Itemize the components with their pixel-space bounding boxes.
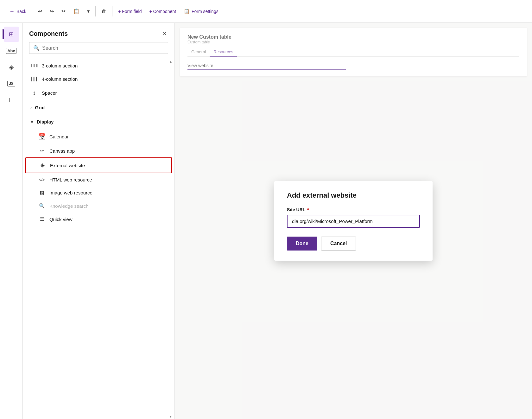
sidebar-item-grid[interactable]: ⊞ [4,27,19,42]
knowledge-search-label: Knowledge search [49,203,88,209]
html-web-label: HTML web resource [49,177,92,182]
sidebar-item-layers[interactable]: ◈ [4,60,19,75]
back-label: Back [16,9,26,14]
sidebar-item-js[interactable]: JS [4,76,19,91]
required-indicator: * [307,207,309,212]
dialog-title: Add external website [287,191,420,200]
three-col-label: 3-column section [42,63,78,68]
list-item-calendar[interactable]: 📅 Calendar [23,129,174,144]
done-button[interactable]: Done [287,237,317,251]
close-button[interactable]: × [161,29,168,38]
four-col-label: 4-column section [42,76,78,82]
list-item-three-col[interactable]: ⦀⦀⦀ 3-column section [23,59,174,72]
scroll-up-arrow[interactable]: ▲ [168,59,174,64]
sidebar-item-connector[interactable]: ⊢ [4,92,19,108]
list-item-canvas-app[interactable]: ✏ Canvas app [23,144,174,157]
redo-icon: ↪ [50,8,54,14]
display-label: Display [37,119,54,124]
delete-button[interactable]: 🗑 [98,7,110,16]
calendar-label: Calendar [49,134,69,139]
components-panel: Components × 🔍 ⦀⦀⦀ 3-column section ||||… [23,23,175,419]
form-settings-label: Form settings [192,9,218,14]
canvas-app-icon: ✏ [38,148,46,154]
grid-icon: ⊞ [9,31,14,38]
dialog-overlay: Add external website Site URL * Done Can… [175,23,532,419]
form-settings-button[interactable]: 📋 Form settings [180,7,222,16]
dialog-actions: Done Cancel [287,237,420,251]
paste-button[interactable]: 📋 [70,6,83,16]
knowledge-search-icon: 🔍 [38,203,46,209]
site-url-label: Site URL * [287,207,420,212]
components-list: ⦀⦀⦀ 3-column section |||| 4-column secti… [23,59,174,419]
quick-view-label: Quick view [49,217,73,222]
scroll-down-arrow[interactable]: ▼ [168,414,174,419]
grid-section-header[interactable]: › Grid [23,100,174,115]
form-area: New Custom table Custom table General Re… [175,23,532,419]
component-label: + Component [149,9,176,14]
toolbar-divider-3 [112,6,112,16]
grid-label: Grid [35,105,45,110]
layers-icon: ◈ [9,63,14,71]
form-field-button[interactable]: + Form field [115,7,145,16]
list-item-quick-view[interactable]: ☰ Quick view [23,213,174,226]
image-web-icon: 🖼 [38,190,46,195]
toolbar-divider-1 [32,6,32,16]
paste-icon: 📋 [73,8,79,14]
icon-sidebar: ⊞ Abc ◈ JS ⊢ [0,23,23,419]
undo-icon: ↩ [38,8,42,14]
toolbar: ← Back ↩ ↪ ✂ 📋 ▾ 🗑 + Form field + Compon… [0,0,532,23]
list-item-spacer[interactable]: ↕ Spacer [23,86,174,100]
component-button[interactable]: + Component [146,7,179,16]
back-arrow-icon: ← [10,9,15,14]
add-external-website-dialog: Add external website Site URL * Done Can… [274,181,433,261]
list-item-external-website[interactable]: ⊕ External website [25,157,172,173]
spacer-label: Spacer [42,90,57,96]
list-item-knowledge-search: 🔍 Knowledge search [23,199,174,213]
sidebar-item-text[interactable]: Abc [4,43,19,58]
calendar-icon: 📅 [38,133,46,140]
chevron-right-icon: › [30,105,32,110]
main-layout: ⊞ Abc ◈ JS ⊢ Components × 🔍 ⦀⦀⦀ 3-colu [0,23,532,419]
spacer-icon: ↕ [30,89,38,97]
cancel-button[interactable]: Cancel [321,237,356,251]
undo-button[interactable]: ↩ [35,6,45,16]
list-item-image-web[interactable]: 🖼 Image web resource [23,186,174,199]
display-section-header[interactable]: ∨ Display [23,115,174,129]
list-item-html-web[interactable]: </> HTML web resource [23,173,174,186]
toolbar-divider-2 [95,6,96,16]
search-icon: 🔍 [33,45,40,51]
chevron-down-icon: ∨ [30,119,34,124]
js-icon: JS [7,81,15,86]
search-input[interactable] [42,45,164,51]
quick-view-icon: ☰ [38,216,46,222]
text-icon: Abc [6,48,16,54]
form-field-label: + Form field [118,9,142,14]
list-item-four-col[interactable]: |||| 4-column section [23,72,174,86]
form-settings-icon: 📋 [184,9,190,14]
chevron-down-icon: ▾ [87,8,90,14]
site-url-input[interactable] [287,215,420,228]
three-col-icon: ⦀⦀⦀ [30,63,38,68]
cut-icon: ✂ [61,8,66,14]
components-header: Components × [23,23,174,42]
connector-icon: ⊢ [9,97,14,104]
components-title: Components [29,30,68,37]
dropdown-button[interactable]: ▾ [84,6,93,16]
canvas-app-label: Canvas app [49,148,75,154]
external-website-label: External website [50,163,85,168]
html-web-icon: </> [38,177,46,182]
back-button[interactable]: ← Back [6,7,29,16]
cut-button[interactable]: ✂ [58,6,69,16]
external-website-icon: ⊕ [39,162,46,169]
four-col-icon: |||| [30,76,38,82]
image-web-label: Image web resource [49,190,92,195]
delete-icon: 🗑 [101,9,106,14]
search-box[interactable]: 🔍 [29,42,168,54]
redo-button[interactable]: ↪ [47,6,57,16]
